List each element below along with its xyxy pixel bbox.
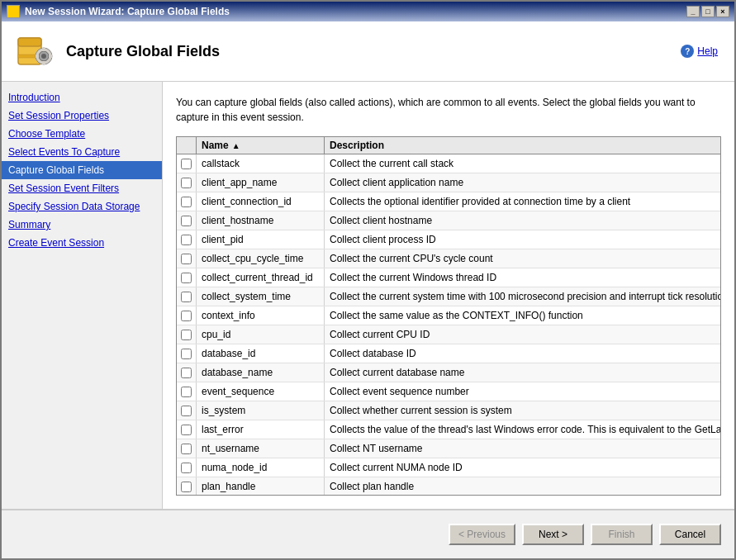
row-checkbox[interactable]	[177, 154, 197, 173]
checkbox-input[interactable]	[181, 482, 192, 492]
checkbox-input[interactable]	[181, 178, 192, 188]
row-checkbox[interactable]	[177, 173, 197, 192]
row-checkbox[interactable]	[177, 268, 197, 287]
table-row: event_sequenceCollect event sequence num…	[177, 382, 720, 401]
checkbox-input[interactable]	[181, 368, 192, 378]
row-name: client_connection_id	[197, 192, 325, 211]
sidebar-item-summary[interactable]: Summary	[2, 216, 162, 234]
header-icon	[15, 31, 55, 71]
row-description: Collect NT username	[325, 439, 720, 458]
table-header: Name ▲ Description	[177, 137, 720, 154]
row-description: Collect current CPU ID	[325, 325, 720, 344]
header-area: Capture Global Fields ? Help	[2, 21, 734, 82]
row-name: event_sequence	[197, 382, 325, 401]
checkbox-input[interactable]	[181, 406, 192, 416]
svg-point-5	[41, 54, 46, 59]
checkbox-input[interactable]	[181, 235, 192, 245]
table-row: nt_usernameCollect NT username	[177, 439, 720, 458]
row-checkbox[interactable]	[177, 477, 197, 495]
row-name: database_id	[197, 344, 325, 363]
row-description: Collect client process ID	[325, 230, 720, 249]
sidebar-item-choose-template[interactable]: Choose Template	[2, 125, 162, 143]
checkbox-input[interactable]	[181, 425, 192, 435]
checkbox-input[interactable]	[181, 444, 192, 454]
row-description: Collect the current CPU's cycle count	[325, 249, 720, 268]
checkbox-input[interactable]	[181, 311, 192, 321]
fields-table: Name ▲ Description callstackCollect the …	[176, 136, 721, 496]
th-description[interactable]: Description	[325, 137, 720, 154]
sidebar-item-set-session-event-filters[interactable]: Set Session Event Filters	[2, 179, 162, 197]
row-checkbox[interactable]	[177, 287, 197, 306]
row-description: Collect current NUMA node ID	[325, 458, 720, 477]
row-name: collect_system_time	[197, 287, 325, 306]
checkbox-input[interactable]	[181, 254, 192, 264]
footer: < Previous Next > Finish Cancel	[2, 509, 734, 558]
help-link[interactable]: Help	[697, 45, 718, 57]
next-button[interactable]: Next >	[522, 524, 584, 545]
checkbox-input[interactable]	[181, 159, 192, 169]
sidebar-item-specify-session-data-storage[interactable]: Specify Session Data Storage	[2, 197, 162, 216]
row-checkbox[interactable]	[177, 439, 197, 458]
row-checkbox[interactable]	[177, 306, 197, 325]
description-text: You can capture global fields (also call…	[176, 95, 721, 125]
sidebar-item-capture-global-fields[interactable]: Capture Global Fields	[2, 161, 162, 179]
table-body: callstackCollect the current call stackc…	[177, 154, 720, 495]
row-name: last_error	[197, 420, 325, 439]
row-description: Collects the optional identifier provide…	[325, 192, 720, 211]
row-checkbox[interactable]	[177, 363, 197, 382]
row-checkbox[interactable]	[177, 382, 197, 401]
row-checkbox[interactable]	[177, 325, 197, 344]
row-description: Collect the current Windows thread ID	[325, 268, 720, 287]
checkbox-input[interactable]	[181, 330, 192, 340]
close-button[interactable]: ×	[716, 6, 729, 17]
sidebar-item-set-session-properties[interactable]: Set Session Properties	[2, 107, 162, 125]
table-row: collect_system_timeCollect the current s…	[177, 287, 720, 306]
title-controls: _ □ ×	[686, 6, 729, 17]
row-description: Collect client hostname	[325, 211, 720, 230]
checkbox-input[interactable]	[181, 349, 192, 359]
row-description: Collect client application name	[325, 173, 720, 192]
title-icon	[7, 5, 20, 18]
window-title: New Session Wizard: Capture Global Field…	[25, 6, 230, 17]
row-checkbox[interactable]	[177, 458, 197, 477]
minimize-button[interactable]: _	[686, 6, 700, 17]
table-row: database_nameCollect current database na…	[177, 363, 720, 382]
checkbox-input[interactable]	[181, 292, 192, 302]
row-checkbox[interactable]	[177, 192, 197, 211]
table-row: context_infoCollect the same value as th…	[177, 306, 720, 325]
row-checkbox[interactable]	[177, 230, 197, 249]
row-name: collect_current_thread_id	[197, 268, 325, 287]
row-description: Collects the value of the thread's last …	[325, 420, 720, 439]
sidebar-item-select-events[interactable]: Select Events To Capture	[2, 143, 162, 161]
sidebar-item-introduction[interactable]: Introduction	[2, 88, 162, 107]
checkbox-input[interactable]	[181, 273, 192, 283]
row-name: cpu_id	[197, 325, 325, 344]
checkbox-input[interactable]	[181, 463, 192, 473]
th-name[interactable]: Name ▲	[197, 137, 325, 154]
row-checkbox[interactable]	[177, 420, 197, 439]
finish-button[interactable]: Finish	[591, 524, 653, 545]
sidebar-item-create-event-session[interactable]: Create Event Session	[2, 234, 162, 252]
row-name: callstack	[197, 154, 325, 173]
table-row: is_systemCollect whether current session…	[177, 401, 720, 420]
row-name: nt_username	[197, 439, 325, 458]
row-name: plan_handle	[197, 477, 325, 495]
maximize-button[interactable]: □	[701, 6, 715, 17]
sidebar: Introduction Set Session Properties Choo…	[2, 82, 163, 509]
title-bar: New Session Wizard: Capture Global Field…	[2, 2, 734, 21]
row-checkbox[interactable]	[177, 401, 197, 420]
page-title: Capture Global Fields	[66, 43, 220, 60]
previous-button[interactable]: < Previous	[449, 524, 515, 545]
row-checkbox[interactable]	[177, 211, 197, 230]
checkbox-input[interactable]	[181, 216, 192, 226]
row-checkbox[interactable]	[177, 344, 197, 363]
checkbox-input[interactable]	[181, 197, 192, 207]
table-row: last_errorCollects the value of the thre…	[177, 420, 720, 439]
table-row: client_connection_idCollects the optiona…	[177, 192, 720, 211]
row-description: Collect the current call stack	[325, 154, 720, 173]
cancel-button[interactable]: Cancel	[659, 524, 721, 545]
checkbox-input[interactable]	[181, 387, 192, 397]
svg-rect-9	[49, 55, 52, 58]
row-checkbox[interactable]	[177, 249, 197, 268]
table-row: numa_node_idCollect current NUMA node ID	[177, 458, 720, 477]
